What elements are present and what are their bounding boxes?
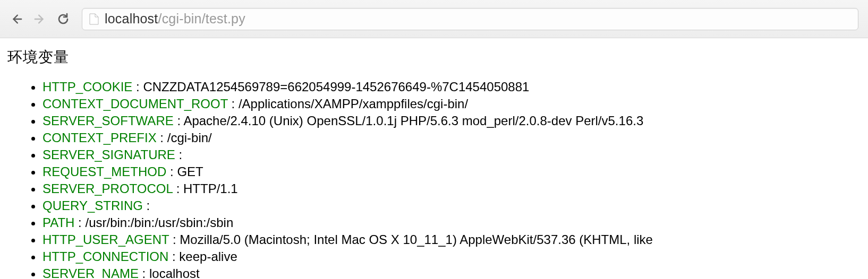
env-separator: : <box>173 181 183 196</box>
list-item: SERVER_NAME : localhost <box>42 266 861 279</box>
env-value: CNZZDATA1254569789=662054999-1452676649-… <box>143 80 529 94</box>
env-value: /cgi-bin/ <box>167 130 212 145</box>
env-value: HTTP/1.1 <box>183 181 238 196</box>
env-key: HTTP_USER_AGENT <box>42 232 169 247</box>
page-title: 环境变量 <box>7 48 861 66</box>
env-key: QUERY_STRING <box>42 198 143 213</box>
url-path: /cgi-bin/test.py <box>158 11 245 26</box>
env-value: localhost <box>149 266 200 279</box>
env-key: HTTP_COOKIE <box>42 80 132 94</box>
env-key: SERVER_PROTOCOL <box>42 181 173 196</box>
list-item: SERVER_SOFTWARE : Apache/2.4.10 (Unix) O… <box>42 113 861 129</box>
env-separator: : <box>166 164 177 179</box>
env-separator: : <box>74 215 85 230</box>
url-host: localhost <box>105 11 158 26</box>
env-separator: : <box>139 266 149 279</box>
env-separator: : <box>168 249 179 264</box>
env-value: Apache/2.4.10 (Unix) OpenSSL/1.0.1j PHP/… <box>183 114 643 128</box>
env-key: PATH <box>42 215 74 230</box>
env-separator: : <box>132 80 143 94</box>
list-item: HTTP_COOKIE : CNZZDATA1254569789=6620549… <box>42 79 861 95</box>
env-separator: : <box>143 198 150 213</box>
page-icon <box>89 13 99 25</box>
env-value: /Applications/XAMPP/xamppfiles/cgi-bin/ <box>239 97 468 111</box>
env-value: /usr/bin:/bin:/usr/sbin:/sbin <box>85 215 233 230</box>
env-key: REQUEST_METHOD <box>42 164 166 179</box>
list-item: HTTP_USER_AGENT : Mozilla/5.0 (Macintosh… <box>42 232 861 248</box>
env-separator: : <box>175 147 182 162</box>
reload-icon <box>57 13 70 25</box>
env-key: CONTEXT_PREFIX <box>42 130 157 145</box>
arrow-left-icon <box>11 13 22 25</box>
reload-button[interactable] <box>56 12 70 26</box>
env-key: SERVER_NAME <box>42 266 139 279</box>
env-separator: : <box>169 232 180 247</box>
env-separator: : <box>157 130 167 145</box>
list-item: SERVER_SIGNATURE : <box>42 147 861 163</box>
nav-buttons <box>10 12 70 26</box>
env-key: SERVER_SOFTWARE <box>42 114 174 128</box>
env-separator: : <box>174 114 184 128</box>
env-key: CONTEXT_DOCUMENT_ROOT <box>42 97 228 111</box>
env-separator: : <box>228 97 239 111</box>
env-key: HTTP_CONNECTION <box>42 249 168 264</box>
env-key: SERVER_SIGNATURE <box>42 147 175 162</box>
list-item: CONTEXT_PREFIX : /cgi-bin/ <box>42 130 861 146</box>
url-text: localhost/cgi-bin/test.py <box>105 11 245 27</box>
list-item: CONTEXT_DOCUMENT_ROOT : /Applications/XA… <box>42 96 861 112</box>
page-content: 环境变量 HTTP_COOKIE : CNZZDATA1254569789=66… <box>0 38 868 279</box>
list-item: PATH : /usr/bin:/bin:/usr/sbin:/sbin <box>42 215 861 231</box>
env-value: Mozilla/5.0 (Macintosh; Intel Mac OS X 1… <box>180 232 653 247</box>
arrow-right-icon <box>34 13 46 25</box>
back-button[interactable] <box>10 12 23 26</box>
browser-toolbar: localhost/cgi-bin/test.py <box>0 0 868 38</box>
address-bar[interactable]: localhost/cgi-bin/test.py <box>82 8 858 30</box>
forward-button[interactable] <box>33 12 47 26</box>
list-item: HTTP_CONNECTION : keep-alive <box>42 249 861 265</box>
env-list: HTTP_COOKIE : CNZZDATA1254569789=6620549… <box>7 79 861 279</box>
list-item: REQUEST_METHOD : GET <box>42 164 861 180</box>
env-value: keep-alive <box>179 249 237 264</box>
list-item: SERVER_PROTOCOL : HTTP/1.1 <box>42 181 861 197</box>
list-item: QUERY_STRING : <box>42 198 861 214</box>
env-value: GET <box>177 164 203 179</box>
